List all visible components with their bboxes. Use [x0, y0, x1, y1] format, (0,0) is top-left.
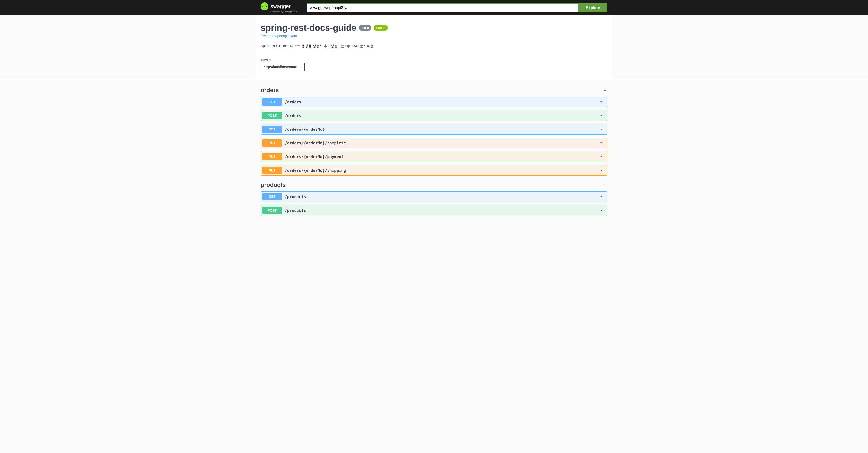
info-section: spring-rest-docs-guide 1.0.0 OAS3 /swagg…: [256, 16, 612, 58]
operation-path: /orders/{orderNo}/complete: [285, 141, 599, 145]
api-description: Spring REST Docs 테스트 생성물 생성시 추가생성되는 Open…: [260, 44, 608, 49]
operation-path: /orders: [285, 113, 599, 118]
operation-path: /orders: [285, 100, 599, 104]
operations-wrapper: ordersGET/ordersPOST/ordersGET/orders/{o…: [256, 79, 612, 229]
operation-row[interactable]: PUT/orders/{orderNo}/complete: [260, 138, 608, 148]
servers-select[interactable]: http://localhost:8080: [260, 63, 305, 71]
servers-label: Servers: [260, 58, 608, 62]
version-badge: 1.0.0: [359, 25, 371, 31]
swagger-logo-icon: {..}: [260, 2, 269, 10]
tag-name: products: [260, 182, 286, 188]
method-badge-get: GET: [262, 193, 282, 200]
method-badge-post: POST: [262, 112, 282, 119]
method-badge-put: PUT: [262, 153, 282, 160]
operation-row[interactable]: GET/products: [260, 191, 608, 202]
operation-path: /orders/{orderNo}/shipping: [285, 168, 599, 173]
method-badge-put: PUT: [262, 167, 282, 174]
method-badge-put: PUT: [262, 139, 282, 147]
spec-url-input[interactable]: [307, 3, 578, 12]
chevron-down-icon: [599, 168, 604, 173]
chevron-down-icon: [599, 113, 604, 118]
topbar: {..} swagger supported by SMARTBEAR Expl…: [0, 0, 868, 16]
api-title: spring-rest-docs-guide: [260, 23, 356, 33]
method-badge-post: POST: [262, 207, 282, 214]
chevron-down-icon: [599, 208, 604, 213]
chevron-down-icon: [599, 99, 604, 104]
operation-row[interactable]: PUT/orders/{orderNo}/shipping: [260, 165, 608, 176]
chevron-down-icon: [599, 154, 604, 159]
operation-path: /orders/{orderNo}: [285, 127, 599, 132]
method-badge-get: GET: [262, 98, 282, 105]
swagger-logo: {..} swagger supported by SMARTBEAR: [260, 2, 297, 13]
operation-row[interactable]: GET/orders/{orderNo}: [260, 124, 608, 134]
operation-path: /orders/{orderNo}/payment: [285, 154, 599, 159]
oas-badge: OAS3: [374, 25, 388, 31]
logo-text: swagger: [270, 3, 291, 9]
operation-row[interactable]: POST/orders: [260, 110, 608, 121]
logo-subtext: supported by SMARTBEAR: [270, 11, 297, 13]
chevron-down-icon: [599, 194, 604, 199]
tag-header-products[interactable]: products: [260, 179, 608, 191]
servers-section: Servers http://localhost:8080: [256, 58, 612, 79]
operation-row[interactable]: POST/products: [260, 205, 608, 216]
method-badge-get: GET: [262, 126, 282, 133]
chevron-down-icon: [599, 141, 604, 145]
chevron-up-icon: [602, 183, 608, 187]
operation-path: /products: [285, 208, 599, 213]
spec-link[interactable]: /swagger/openapi3.yaml: [260, 34, 298, 38]
chevron-down-icon: [599, 127, 604, 132]
explore-button[interactable]: Explore: [578, 3, 608, 12]
operation-path: /products: [285, 194, 599, 199]
tag-name: orders: [260, 87, 279, 94]
operation-row[interactable]: GET/orders: [260, 96, 608, 107]
chevron-up-icon: [602, 88, 608, 93]
operation-row[interactable]: PUT/orders/{orderNo}/payment: [260, 151, 608, 162]
spec-url-form: Explore: [307, 3, 608, 12]
tag-header-orders[interactable]: orders: [260, 84, 608, 96]
